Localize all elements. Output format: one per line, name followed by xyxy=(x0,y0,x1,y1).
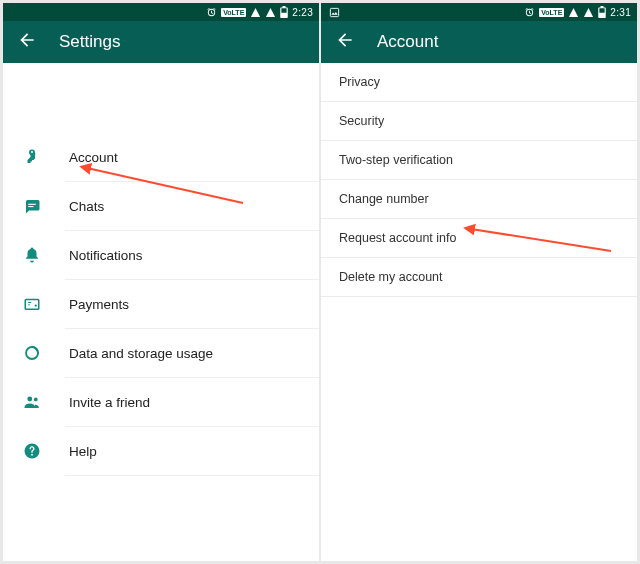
svg-rect-1 xyxy=(28,204,36,205)
key-icon xyxy=(21,148,43,166)
data-icon xyxy=(21,344,43,362)
list-item-label: Two-step verification xyxy=(339,153,453,167)
volte-badge: VoLTE xyxy=(221,8,246,17)
account-item-delete[interactable]: Delete my account xyxy=(321,258,637,296)
settings-item-help[interactable]: Help xyxy=(3,427,319,475)
signal-icon-2 xyxy=(583,7,594,18)
settings-list: Account Chats Notifications Payments xyxy=(3,63,319,561)
account-item-change-number[interactable]: Change number xyxy=(321,180,637,218)
svg-rect-12 xyxy=(600,8,605,13)
svg-point-4 xyxy=(35,304,37,306)
back-icon[interactable] xyxy=(335,30,355,54)
phone-left: VoLTE 2:23 Settings Account Chats xyxy=(3,3,319,561)
settings-item-notifications[interactable]: Notifications xyxy=(3,231,319,279)
list-item-label: Privacy xyxy=(339,75,380,89)
settings-item-account[interactable]: Account xyxy=(3,133,319,181)
alarm-icon xyxy=(206,7,217,18)
profile-spacer xyxy=(3,63,319,133)
list-item-label: Security xyxy=(339,114,384,128)
settings-item-invite[interactable]: Invite a friend xyxy=(3,378,319,426)
settings-item-label: Notifications xyxy=(69,248,143,263)
page-title: Account xyxy=(377,32,438,52)
svg-rect-2 xyxy=(28,206,33,207)
list-item-label: Delete my account xyxy=(339,270,443,284)
account-item-privacy[interactable]: Privacy xyxy=(321,63,637,101)
settings-item-label: Account xyxy=(69,150,118,165)
help-icon xyxy=(21,442,43,460)
svg-rect-0 xyxy=(282,8,287,13)
svg-rect-3 xyxy=(25,300,39,310)
signal-icon xyxy=(568,7,579,18)
settings-item-label: Payments xyxy=(69,297,129,312)
bell-icon xyxy=(21,246,43,264)
clock-text: 2:31 xyxy=(610,7,631,18)
account-item-security[interactable]: Security xyxy=(321,102,637,140)
alarm-icon xyxy=(524,7,535,18)
app-bar: Settings xyxy=(3,21,319,63)
signal-icon-2 xyxy=(265,7,276,18)
svg-rect-11 xyxy=(330,8,338,16)
status-bar: VoLTE 2:23 xyxy=(3,3,319,21)
settings-item-data-storage[interactable]: Data and storage usage xyxy=(3,329,319,377)
settings-item-label: Chats xyxy=(69,199,104,214)
app-bar: Account xyxy=(321,21,637,63)
back-icon[interactable] xyxy=(17,30,37,54)
settings-item-label: Help xyxy=(69,444,97,459)
settings-item-label: Invite a friend xyxy=(69,395,150,410)
list-item-label: Request account info xyxy=(339,231,456,245)
account-item-two-step[interactable]: Two-step verification xyxy=(321,141,637,179)
list-item-label: Change number xyxy=(339,192,429,206)
payment-icon xyxy=(21,295,43,313)
status-bar: VoLTE 2:31 xyxy=(321,3,637,21)
account-list: Privacy Security Two-step verification C… xyxy=(321,63,637,561)
settings-item-payments[interactable]: Payments xyxy=(3,280,319,328)
clock-text: 2:23 xyxy=(292,7,313,18)
battery-icon xyxy=(598,6,606,18)
phone-right: VoLTE 2:31 Account Privacy Security Two-… xyxy=(321,3,637,561)
battery-icon xyxy=(280,6,288,18)
svg-point-6 xyxy=(27,397,32,402)
picture-icon xyxy=(329,7,340,18)
svg-point-9 xyxy=(31,454,33,456)
settings-item-chats[interactable]: Chats xyxy=(3,182,319,230)
people-icon xyxy=(21,393,43,411)
chat-icon xyxy=(21,197,43,215)
volte-badge: VoLTE xyxy=(539,8,564,17)
settings-item-label: Data and storage usage xyxy=(69,346,213,361)
svg-point-7 xyxy=(34,398,38,402)
page-title: Settings xyxy=(59,32,120,52)
signal-icon xyxy=(250,7,261,18)
account-item-request-info[interactable]: Request account info xyxy=(321,219,637,257)
